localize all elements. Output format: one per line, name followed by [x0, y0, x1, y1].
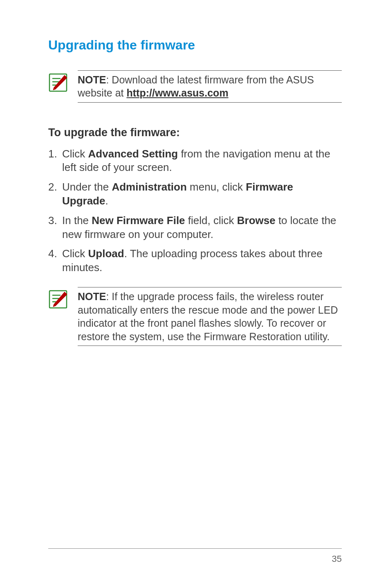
step-text: Click [62, 247, 88, 260]
ui-term: Administration [112, 181, 186, 193]
step-3: In the New Firmware File field, click Br… [48, 214, 342, 242]
note-download: NOTE: Download the latest firmware from … [48, 70, 342, 103]
svg-marker-4 [53, 75, 67, 90]
page-pencil-icon [48, 290, 68, 309]
step-text: . [105, 195, 108, 207]
ui-term: Advanced Setting [88, 148, 178, 160]
note-icon [48, 290, 68, 313]
section-heading: Upgrading the firmware [48, 37, 342, 54]
ui-term: Browse [237, 214, 276, 227]
ui-term: Upload [88, 247, 124, 260]
steps-list: Click Advanced Setting from the navigati… [48, 147, 342, 275]
ui-term: New Firmware File [92, 214, 185, 227]
note-body: NOTE: If the upgrade process fails, the … [78, 287, 342, 346]
footer-rule [48, 548, 342, 549]
step-text: menu, click [187, 181, 246, 193]
svg-marker-9 [53, 292, 67, 307]
note-rescue: NOTE: If the upgrade process fails, the … [48, 287, 342, 346]
note-label: NOTE [78, 74, 106, 85]
note-body: NOTE: Download the latest firmware from … [78, 70, 342, 103]
note-text: If the upgrade process fails, the wirele… [78, 291, 338, 342]
page-pencil-icon [48, 73, 68, 92]
step-1: Click Advanced Setting from the navigati… [48, 147, 342, 175]
note-label: NOTE [78, 291, 106, 302]
step-4: Click Upload. The uploading process take… [48, 247, 342, 275]
step-2: Under the Administration menu, click Fir… [48, 180, 342, 208]
step-text: field, click [185, 214, 237, 227]
step-text: In the [62, 214, 92, 227]
page-number: 35 [332, 553, 342, 565]
asus-link[interactable]: http://www.asus.com [127, 87, 229, 99]
procedure-heading: To upgrade the firmware: [48, 126, 342, 140]
note-icon [48, 73, 68, 96]
step-text: Under the [62, 181, 112, 193]
step-text: Click [62, 148, 88, 160]
